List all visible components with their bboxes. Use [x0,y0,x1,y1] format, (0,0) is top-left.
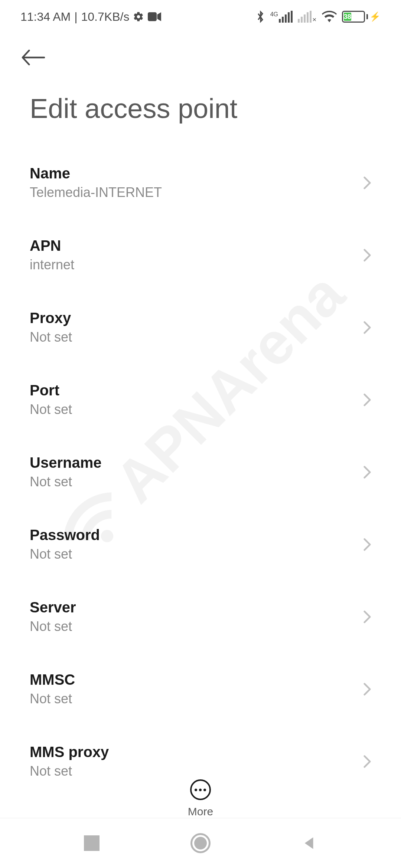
status-right: 4G ✕ 38 [256,10,381,23]
setting-value: Not set [30,474,101,490]
chevron-right-icon [363,248,371,262]
setting-value: internet [30,257,74,273]
setting-label: Port [30,382,72,399]
status-separator: | [74,10,77,24]
setting-mms-proxy[interactable]: MMS proxy Not set [30,725,371,798]
setting-proxy[interactable]: Proxy Not set [30,291,371,364]
bluetooth-icon [256,10,265,23]
setting-value: Not set [30,546,100,562]
nav-home-button[interactable] [178,828,223,858]
back-button[interactable] [20,45,46,70]
signal-4g: 4G [270,11,293,23]
setting-label: Name [30,165,162,182]
triangle-left-icon [301,835,317,851]
chevron-right-icon [363,537,371,552]
page-title: Edit access point [0,82,401,147]
video-icon [148,12,161,22]
setting-label: MMSC [30,671,75,688]
svg-rect-0 [148,12,157,21]
chevron-right-icon [363,176,371,190]
setting-port[interactable]: Port Not set [30,364,371,436]
setting-mmsc[interactable]: MMSC Not set [30,653,371,725]
setting-label: Server [30,599,76,616]
gear-icon [133,11,144,22]
setting-label: Username [30,454,101,471]
setting-value: Not set [30,691,75,707]
setting-password[interactable]: Password Not set [30,508,371,581]
setting-apn[interactable]: APN internet [30,219,371,291]
wifi-icon [322,11,337,23]
setting-username[interactable]: Username Not set [30,436,371,508]
setting-label: APN [30,237,74,254]
network-label: 4G [270,11,278,17]
nav-recents-button[interactable] [69,828,114,858]
status-speed: 10.7KB/s [81,10,130,24]
status-left: 11:34 AM | 10.7KB/s [20,10,161,24]
square-icon [84,835,100,851]
chevron-right-icon [363,610,371,624]
settings-list: Name Telemedia-INTERNET APN internet Pro… [0,147,401,798]
setting-server[interactable]: Server Not set [30,581,371,653]
signal-secondary: ✕ [298,11,317,23]
setting-value: Not set [30,402,72,417]
setting-value: Not set [30,619,76,634]
setting-value: Telemedia-INTERNET [30,185,162,200]
battery-indicator: 38 ⚡ [342,11,381,23]
chevron-right-icon [363,754,371,769]
circle-icon [190,833,211,853]
setting-label: Password [30,527,100,543]
chevron-right-icon [363,393,371,407]
setting-name[interactable]: Name Telemedia-INTERNET [30,147,371,219]
charging-icon: ⚡ [369,11,381,22]
chevron-right-icon [363,465,371,479]
toolbar [0,33,401,82]
battery-percent: 38 [344,13,351,21]
nav-back-button[interactable] [287,828,332,858]
setting-value: Not set [30,329,72,345]
chevron-right-icon [363,320,371,335]
setting-label: MMS proxy [30,744,109,760]
status-time: 11:34 AM [20,10,71,24]
status-bar: 11:34 AM | 10.7KB/s 4G [0,0,401,33]
setting-value: Not set [30,763,109,779]
chevron-right-icon [363,682,371,696]
setting-label: Proxy [30,310,72,326]
